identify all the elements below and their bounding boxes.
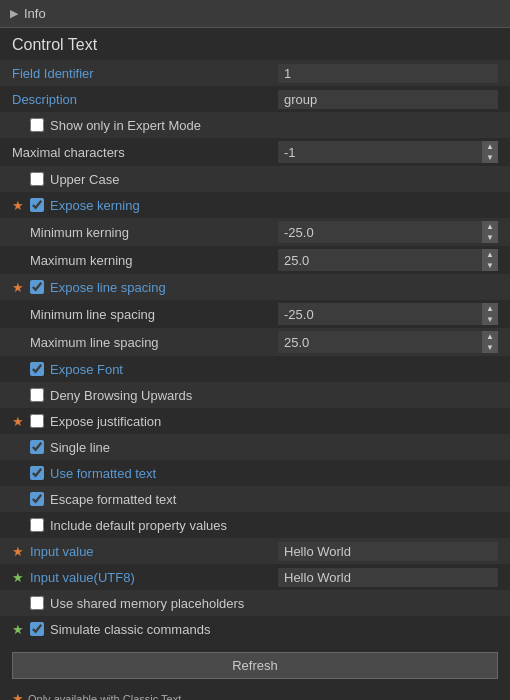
use-shared-label: Use shared memory placeholders <box>50 596 244 611</box>
use-formatted-checkbox[interactable] <box>30 466 44 480</box>
note-orange-text: Only available with Classic Text <box>28 693 181 701</box>
show-expert-label: Show only in Expert Mode <box>50 118 201 133</box>
input-value-utf8-input[interactable] <box>278 568 498 587</box>
deny-browsing-checkbox-row: Deny Browsing Upwards <box>30 388 192 403</box>
note-orange-line: ★ Only available with Classic Text <box>12 691 498 700</box>
use-formatted-row: Use formatted text <box>0 460 510 486</box>
max-kerning-spinner-btns: ▲ ▼ <box>482 249 498 271</box>
max-line-spacing-down-btn[interactable]: ▼ <box>482 342 498 353</box>
form-body: Field Identifier Description Show only i… <box>0 60 510 646</box>
input-value-value-area <box>278 542 498 561</box>
deny-browsing-row: Deny Browsing Upwards <box>0 382 510 408</box>
min-line-spacing-value-area: ▲ ▼ <box>278 303 498 325</box>
info-header[interactable]: ▶ Info <box>0 0 510 28</box>
expose-justification-label: Expose justification <box>50 414 161 429</box>
maximal-chars-label: Maximal characters <box>12 145 278 160</box>
show-expert-row: Show only in Expert Mode <box>0 112 510 138</box>
show-expert-checkbox[interactable] <box>30 118 44 132</box>
include-default-label: Include default property values <box>50 518 227 533</box>
min-line-spacing-row: Minimum line spacing ▲ ▼ <box>0 300 510 328</box>
use-shared-checkbox[interactable] <box>30 596 44 610</box>
upper-case-label: Upper Case <box>50 172 119 187</box>
single-line-checkbox-row: Single line <box>30 440 110 455</box>
upper-case-checkbox-row: Upper Case <box>30 172 119 187</box>
max-line-spacing-spinner-btns: ▲ ▼ <box>482 331 498 353</box>
expose-font-checkbox-row: Expose Font <box>30 362 123 377</box>
expose-justification-checkbox[interactable] <box>30 414 44 428</box>
input-value-utf8-row: ★ Input value(UTF8) <box>0 564 510 590</box>
expose-font-row: Expose Font <box>0 356 510 382</box>
escape-formatted-label: Escape formatted text <box>50 492 176 507</box>
min-line-spacing-spinner: ▲ ▼ <box>278 303 498 325</box>
include-default-checkbox[interactable] <box>30 518 44 532</box>
input-value-utf8-label: Input value(UTF8) <box>30 570 278 585</box>
maximal-chars-spinner-btns: ▲ ▼ <box>482 141 498 163</box>
input-value-row: ★ Input value <box>0 538 510 564</box>
escape-formatted-checkbox[interactable] <box>30 492 44 506</box>
min-line-spacing-up-btn[interactable]: ▲ <box>482 303 498 314</box>
simulate-classic-star: ★ <box>12 622 30 637</box>
min-kerning-up-btn[interactable]: ▲ <box>482 221 498 232</box>
simulate-classic-label: Simulate classic commands <box>50 622 210 637</box>
max-kerning-up-btn[interactable]: ▲ <box>482 249 498 260</box>
min-line-spacing-spinner-btns: ▲ ▼ <box>482 303 498 325</box>
min-kerning-label: Minimum kerning <box>12 225 278 240</box>
expose-kerning-label: Expose kerning <box>50 198 140 213</box>
deny-browsing-label: Deny Browsing Upwards <box>50 388 192 403</box>
expose-justification-checkbox-row: Expose justification <box>30 414 161 429</box>
refresh-btn-row: Refresh <box>0 646 510 685</box>
max-kerning-row: Maximum kerning ▲ ▼ <box>0 246 510 274</box>
expose-line-spacing-row: ★ Expose line spacing <box>0 274 510 300</box>
input-value-utf8-star: ★ <box>12 570 30 585</box>
maximal-chars-down-btn[interactable]: ▼ <box>482 152 498 163</box>
upper-case-checkbox[interactable] <box>30 172 44 186</box>
refresh-button[interactable]: Refresh <box>12 652 498 679</box>
max-kerning-down-btn[interactable]: ▼ <box>482 260 498 271</box>
max-line-spacing-row: Maximum line spacing ▲ ▼ <box>0 328 510 356</box>
include-default-checkbox-row: Include default property values <box>30 518 227 533</box>
expose-line-spacing-checkbox[interactable] <box>30 280 44 294</box>
field-identifier-input[interactable] <box>278 64 498 83</box>
min-kerning-spinner-btns: ▲ ▼ <box>482 221 498 243</box>
min-line-spacing-input[interactable] <box>278 305 482 324</box>
max-line-spacing-input[interactable] <box>278 333 482 352</box>
expose-line-spacing-label: Expose line spacing <box>50 280 166 295</box>
min-line-spacing-label: Minimum line spacing <box>12 307 278 322</box>
max-kerning-value-area: ▲ ▼ <box>278 249 498 271</box>
maximal-chars-value-area: ▲ ▼ <box>278 141 498 163</box>
input-value-label: Input value <box>30 544 278 559</box>
max-kerning-input[interactable] <box>278 251 482 270</box>
expose-kerning-star: ★ <box>12 198 30 213</box>
description-input[interactable] <box>278 90 498 109</box>
field-identifier-value-area <box>278 64 498 83</box>
max-line-spacing-spinner: ▲ ▼ <box>278 331 498 353</box>
simulate-classic-row: ★ Simulate classic commands <box>0 616 510 642</box>
use-shared-checkbox-row: Use shared memory placeholders <box>30 596 244 611</box>
max-line-spacing-value-area: ▲ ▼ <box>278 331 498 353</box>
min-kerning-input[interactable] <box>278 223 482 242</box>
expose-kerning-checkbox[interactable] <box>30 198 44 212</box>
min-kerning-value-area: ▲ ▼ <box>278 221 498 243</box>
escape-formatted-row: Escape formatted text <box>0 486 510 512</box>
use-shared-row: Use shared memory placeholders <box>0 590 510 616</box>
expose-kerning-row: ★ Expose kerning <box>0 192 510 218</box>
min-kerning-down-btn[interactable]: ▼ <box>482 232 498 243</box>
simulate-classic-checkbox[interactable] <box>30 622 44 636</box>
maximal-chars-spinner: ▲ ▼ <box>278 141 498 163</box>
expose-line-spacing-star: ★ <box>12 280 30 295</box>
single-line-checkbox[interactable] <box>30 440 44 454</box>
info-title: Info <box>24 6 46 21</box>
include-default-row: Include default property values <box>0 512 510 538</box>
note-orange-star: ★ <box>12 691 24 700</box>
max-kerning-spinner: ▲ ▼ <box>278 249 498 271</box>
expose-kerning-checkbox-row: Expose kerning <box>30 198 140 213</box>
maximal-chars-up-btn[interactable]: ▲ <box>482 141 498 152</box>
maximal-chars-input[interactable] <box>278 143 482 162</box>
use-formatted-label: Use formatted text <box>50 466 156 481</box>
input-value-input[interactable] <box>278 542 498 561</box>
max-line-spacing-up-btn[interactable]: ▲ <box>482 331 498 342</box>
min-line-spacing-down-btn[interactable]: ▼ <box>482 314 498 325</box>
expose-font-checkbox[interactable] <box>30 362 44 376</box>
deny-browsing-checkbox[interactable] <box>30 388 44 402</box>
maximal-chars-row: Maximal characters ▲ ▼ <box>0 138 510 166</box>
